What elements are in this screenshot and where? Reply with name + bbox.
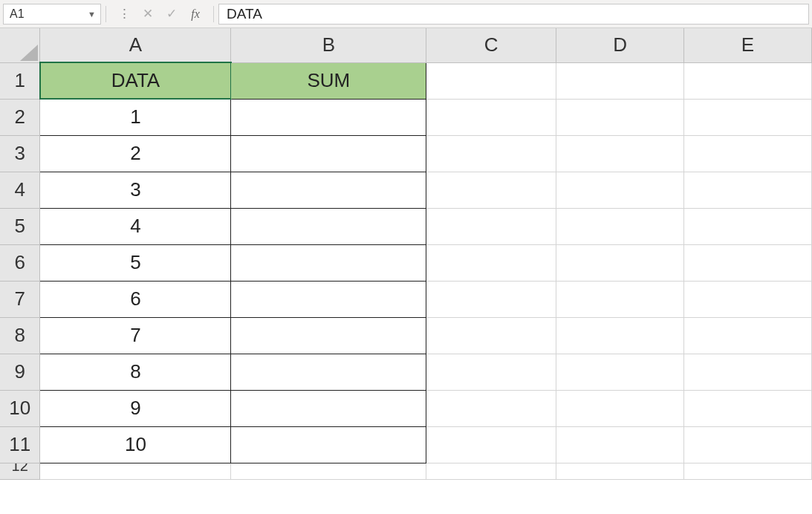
cell-C7[interactable]: [426, 281, 556, 317]
cell-D7[interactable]: [556, 281, 684, 317]
cell-A5[interactable]: 4: [40, 208, 231, 244]
cell-C4[interactable]: [426, 172, 556, 208]
cell-E5[interactable]: [684, 208, 812, 244]
cell-E1[interactable]: [684, 62, 812, 99]
column-header-B[interactable]: B: [231, 28, 426, 62]
cell-A9[interactable]: 8: [40, 354, 231, 390]
cell-B12[interactable]: [231, 463, 426, 479]
cell-A3[interactable]: 2: [40, 135, 231, 172]
cell-D12[interactable]: [556, 463, 684, 479]
cell-D10[interactable]: [556, 390, 684, 426]
cell-B2[interactable]: [231, 99, 426, 135]
cell-D9[interactable]: [556, 354, 684, 390]
name-box[interactable]: A1 ▼: [3, 4, 101, 25]
cell-D1[interactable]: [556, 62, 684, 99]
cell-C6[interactable]: [426, 244, 556, 281]
grid: A B C D E 1 DATA SUM 2 1: [0, 28, 812, 480]
more-icon[interactable]: ⋮: [114, 4, 134, 24]
cell-D4[interactable]: [556, 172, 684, 208]
cell-C11[interactable]: [426, 426, 556, 463]
row-header-8[interactable]: 8: [0, 317, 40, 354]
cell-B10[interactable]: [231, 390, 426, 426]
cell-C2[interactable]: [426, 99, 556, 135]
cell-D5[interactable]: [556, 208, 684, 244]
cell-D11[interactable]: [556, 426, 684, 463]
cell-C3[interactable]: [426, 135, 556, 172]
cell-A8[interactable]: 7: [40, 317, 231, 354]
cell-B4[interactable]: [231, 172, 426, 208]
formula-input-value: DATA: [227, 6, 262, 22]
cell-A1[interactable]: DATA: [40, 62, 231, 99]
row-header-5[interactable]: 5: [0, 208, 40, 244]
row-header-4[interactable]: 4: [0, 172, 40, 208]
column-header-A[interactable]: A: [40, 28, 231, 62]
cell-E8[interactable]: [684, 317, 812, 354]
column-header-D[interactable]: D: [556, 28, 684, 62]
cell-C12[interactable]: [426, 463, 556, 479]
row-header-7[interactable]: 7: [0, 281, 40, 317]
cell-B8[interactable]: [231, 317, 426, 354]
formula-bar-buttons: ⋮ ✕ ✓ fx: [111, 4, 209, 24]
cell-E2[interactable]: [684, 99, 812, 135]
column-header-E[interactable]: E: [684, 28, 812, 62]
spreadsheet: A B C D E 1 DATA SUM 2 1: [0, 28, 812, 480]
cell-A6[interactable]: 5: [40, 244, 231, 281]
cell-A10[interactable]: 9: [40, 390, 231, 426]
cell-D8[interactable]: [556, 317, 684, 354]
cell-C1[interactable]: [426, 62, 556, 99]
column-header-C[interactable]: C: [426, 28, 556, 62]
cell-E7[interactable]: [684, 281, 812, 317]
row-header-6[interactable]: 6: [0, 244, 40, 281]
cell-B7[interactable]: [231, 281, 426, 317]
cell-A4[interactable]: 3: [40, 172, 231, 208]
cell-E12[interactable]: [684, 463, 812, 479]
row-header-9[interactable]: 9: [0, 354, 40, 390]
cell-E6[interactable]: [684, 244, 812, 281]
cell-E10[interactable]: [684, 390, 812, 426]
cell-D2[interactable]: [556, 99, 684, 135]
cell-A2[interactable]: 1: [40, 99, 231, 135]
cell-C8[interactable]: [426, 317, 556, 354]
cell-A11[interactable]: 10: [40, 426, 231, 463]
chevron-down-icon[interactable]: ▼: [88, 10, 96, 19]
row-header-2[interactable]: 2: [0, 99, 40, 135]
cell-B1[interactable]: SUM: [231, 62, 426, 99]
cell-E4[interactable]: [684, 172, 812, 208]
cell-B5[interactable]: [231, 208, 426, 244]
row-header-10[interactable]: 10: [0, 390, 40, 426]
cell-A12[interactable]: [40, 463, 231, 479]
formula-bar: A1 ▼ ⋮ ✕ ✓ fx DATA: [0, 0, 812, 28]
cell-A7[interactable]: 6: [40, 281, 231, 317]
cell-E11[interactable]: [684, 426, 812, 463]
select-all-triangle-icon: [20, 45, 38, 61]
divider: [213, 6, 214, 22]
cell-D6[interactable]: [556, 244, 684, 281]
row-header-1[interactable]: 1: [0, 62, 40, 99]
cell-C9[interactable]: [426, 354, 556, 390]
cell-C10[interactable]: [426, 390, 556, 426]
cell-B6[interactable]: [231, 244, 426, 281]
cell-E9[interactable]: [684, 354, 812, 390]
select-all-corner[interactable]: [0, 28, 40, 62]
cell-C5[interactable]: [426, 208, 556, 244]
name-box-value: A1: [10, 7, 25, 21]
enter-icon[interactable]: ✓: [161, 4, 182, 24]
cancel-icon[interactable]: ✕: [137, 4, 158, 24]
row-header-3[interactable]: 3: [0, 135, 40, 172]
cell-B3[interactable]: [231, 135, 426, 172]
cell-E3[interactable]: [684, 135, 812, 172]
formula-input[interactable]: DATA: [218, 4, 809, 25]
cell-D3[interactable]: [556, 135, 684, 172]
row-header-12[interactable]: 12: [0, 463, 40, 479]
row-header-11[interactable]: 11: [0, 426, 40, 463]
cell-B9[interactable]: [231, 354, 426, 390]
divider: [105, 6, 106, 22]
cell-B11[interactable]: [231, 426, 426, 463]
fx-icon[interactable]: fx: [185, 4, 206, 24]
